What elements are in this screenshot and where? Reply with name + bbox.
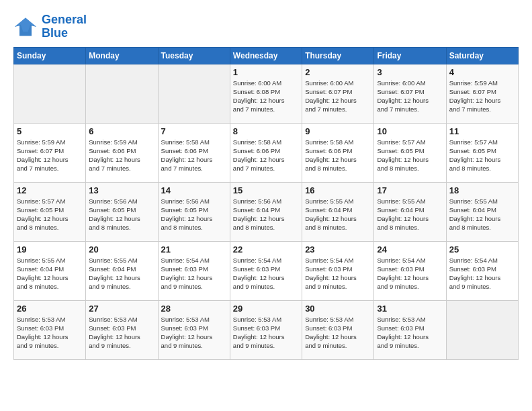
day-info: Sunrise: 5:59 AM Sunset: 6:07 PM Dayligh… [449, 79, 515, 114]
weekday-header-saturday: Saturday [446, 47, 518, 64]
calendar-cell: 5Sunrise: 5:59 AM Sunset: 6:07 PM Daylig… [14, 123, 86, 182]
calendar-cell: 30Sunrise: 5:53 AM Sunset: 6:03 PM Dayli… [302, 300, 374, 359]
day-info: Sunrise: 5:55 AM Sunset: 6:04 PM Dayligh… [305, 197, 371, 232]
day-number: 8 [233, 126, 299, 136]
day-number: 10 [377, 126, 443, 136]
day-number: 17 [377, 185, 443, 195]
day-info: Sunrise: 5:54 AM Sunset: 6:03 PM Dayligh… [305, 256, 371, 291]
calendar-cell: 18Sunrise: 5:55 AM Sunset: 6:04 PM Dayli… [446, 182, 518, 241]
calendar-cell: 10Sunrise: 5:57 AM Sunset: 6:05 PM Dayli… [374, 123, 446, 182]
day-info: Sunrise: 6:00 AM Sunset: 6:08 PM Dayligh… [233, 79, 299, 114]
weekday-header-monday: Monday [86, 47, 158, 64]
day-info: Sunrise: 5:53 AM Sunset: 6:03 PM Dayligh… [161, 315, 227, 351]
calendar-cell: 11Sunrise: 5:57 AM Sunset: 6:05 PM Dayli… [446, 123, 518, 182]
day-number: 26 [17, 304, 83, 314]
day-number: 7 [161, 126, 227, 136]
day-info: Sunrise: 5:53 AM Sunset: 6:03 PM Dayligh… [377, 315, 443, 351]
calendar-cell: 13Sunrise: 5:56 AM Sunset: 6:05 PM Dayli… [86, 182, 158, 241]
calendar-cell: 15Sunrise: 5:56 AM Sunset: 6:04 PM Dayli… [230, 182, 302, 241]
calendar-table: SundayMondayTuesdayWednesdayThursdayFrid… [13, 47, 519, 360]
day-number: 9 [305, 126, 371, 136]
calendar-header-row: SundayMondayTuesdayWednesdayThursdayFrid… [14, 47, 519, 64]
calendar-week-5: 26Sunrise: 5:53 AM Sunset: 6:03 PM Dayli… [14, 300, 519, 359]
day-number: 2 [305, 67, 371, 77]
calendar-cell: 21Sunrise: 5:54 AM Sunset: 6:03 PM Dayli… [158, 241, 230, 300]
page-header: General Blue [13, 13, 519, 40]
day-info: Sunrise: 5:53 AM Sunset: 6:03 PM Dayligh… [89, 315, 154, 351]
weekday-header-sunday: Sunday [14, 47, 86, 64]
day-number: 4 [449, 67, 515, 77]
calendar-cell: 23Sunrise: 5:54 AM Sunset: 6:03 PM Dayli… [302, 241, 374, 300]
day-info: Sunrise: 5:58 AM Sunset: 6:06 PM Dayligh… [233, 138, 299, 173]
calendar-cell: 25Sunrise: 5:54 AM Sunset: 6:03 PM Dayli… [446, 241, 518, 300]
calendar-cell: 2Sunrise: 6:00 AM Sunset: 6:07 PM Daylig… [302, 64, 374, 123]
day-number: 31 [377, 304, 443, 314]
day-number: 29 [233, 304, 299, 314]
day-info: Sunrise: 5:57 AM Sunset: 6:05 PM Dayligh… [17, 197, 83, 232]
logo: General Blue [13, 13, 87, 40]
day-info: Sunrise: 5:54 AM Sunset: 6:03 PM Dayligh… [233, 256, 299, 291]
calendar-cell [158, 64, 230, 123]
day-number: 25 [449, 244, 515, 255]
day-info: Sunrise: 5:54 AM Sunset: 6:03 PM Dayligh… [449, 256, 515, 291]
calendar-cell: 17Sunrise: 5:55 AM Sunset: 6:04 PM Dayli… [374, 182, 446, 241]
day-info: Sunrise: 5:56 AM Sunset: 6:05 PM Dayligh… [89, 197, 154, 232]
calendar-cell: 22Sunrise: 5:54 AM Sunset: 6:03 PM Dayli… [230, 241, 302, 300]
calendar-cell [446, 300, 518, 359]
day-number: 30 [305, 304, 371, 314]
calendar-cell: 29Sunrise: 5:53 AM Sunset: 6:03 PM Dayli… [230, 300, 302, 359]
day-number: 22 [233, 244, 299, 255]
day-info: Sunrise: 5:53 AM Sunset: 6:03 PM Dayligh… [233, 315, 299, 351]
calendar-cell: 27Sunrise: 5:53 AM Sunset: 6:03 PM Dayli… [86, 300, 158, 359]
calendar-cell: 28Sunrise: 5:53 AM Sunset: 6:03 PM Dayli… [158, 300, 230, 359]
svg-marker-1 [15, 17, 36, 32]
calendar-cell: 14Sunrise: 5:56 AM Sunset: 6:05 PM Dayli… [158, 182, 230, 241]
day-number: 12 [17, 185, 83, 195]
day-number: 14 [161, 185, 227, 195]
day-info: Sunrise: 5:54 AM Sunset: 6:03 PM Dayligh… [377, 256, 443, 291]
day-info: Sunrise: 5:54 AM Sunset: 6:03 PM Dayligh… [161, 256, 227, 291]
day-info: Sunrise: 5:58 AM Sunset: 6:06 PM Dayligh… [305, 138, 371, 173]
day-info: Sunrise: 6:00 AM Sunset: 6:07 PM Dayligh… [305, 79, 371, 114]
logo-text: General Blue [42, 13, 87, 40]
day-info: Sunrise: 5:56 AM Sunset: 6:04 PM Dayligh… [233, 197, 299, 232]
day-info: Sunrise: 5:59 AM Sunset: 6:06 PM Dayligh… [89, 138, 154, 173]
day-info: Sunrise: 5:57 AM Sunset: 6:05 PM Dayligh… [449, 138, 515, 173]
calendar-cell [86, 64, 158, 123]
calendar-cell: 24Sunrise: 5:54 AM Sunset: 6:03 PM Dayli… [374, 241, 446, 300]
day-info: Sunrise: 5:55 AM Sunset: 6:04 PM Dayligh… [17, 256, 83, 291]
day-info: Sunrise: 5:53 AM Sunset: 6:03 PM Dayligh… [305, 315, 371, 351]
day-info: Sunrise: 5:53 AM Sunset: 6:03 PM Dayligh… [17, 315, 83, 351]
day-info: Sunrise: 5:55 AM Sunset: 6:04 PM Dayligh… [449, 197, 515, 232]
day-number: 1 [233, 67, 299, 77]
day-info: Sunrise: 6:00 AM Sunset: 6:07 PM Dayligh… [377, 79, 443, 114]
calendar-week-1: 1Sunrise: 6:00 AM Sunset: 6:08 PM Daylig… [14, 64, 519, 123]
calendar-cell [14, 64, 86, 123]
day-number: 13 [89, 185, 154, 195]
day-number: 20 [89, 244, 154, 255]
calendar-cell: 20Sunrise: 5:55 AM Sunset: 6:04 PM Dayli… [86, 241, 158, 300]
day-number: 3 [377, 67, 443, 77]
weekday-header-friday: Friday [374, 47, 446, 64]
calendar-cell: 16Sunrise: 5:55 AM Sunset: 6:04 PM Dayli… [302, 182, 374, 241]
calendar-cell: 6Sunrise: 5:59 AM Sunset: 6:06 PM Daylig… [86, 123, 158, 182]
day-number: 16 [305, 185, 371, 195]
day-number: 28 [161, 304, 227, 314]
day-number: 21 [161, 244, 227, 255]
day-info: Sunrise: 5:58 AM Sunset: 6:06 PM Dayligh… [161, 138, 227, 173]
calendar-week-2: 5Sunrise: 5:59 AM Sunset: 6:07 PM Daylig… [14, 123, 519, 182]
weekday-header-thursday: Thursday [302, 47, 374, 64]
calendar-cell: 3Sunrise: 6:00 AM Sunset: 6:07 PM Daylig… [374, 64, 446, 123]
day-info: Sunrise: 5:55 AM Sunset: 6:04 PM Dayligh… [377, 197, 443, 232]
day-number: 11 [449, 126, 515, 136]
calendar-cell: 12Sunrise: 5:57 AM Sunset: 6:05 PM Dayli… [14, 182, 86, 241]
calendar-week-3: 12Sunrise: 5:57 AM Sunset: 6:05 PM Dayli… [14, 182, 519, 241]
day-info: Sunrise: 5:57 AM Sunset: 6:05 PM Dayligh… [377, 138, 443, 173]
weekday-header-wednesday: Wednesday [230, 47, 302, 64]
weekday-header-tuesday: Tuesday [158, 47, 230, 64]
day-number: 19 [17, 244, 83, 255]
day-info: Sunrise: 5:55 AM Sunset: 6:04 PM Dayligh… [89, 256, 154, 291]
calendar-cell: 9Sunrise: 5:58 AM Sunset: 6:06 PM Daylig… [302, 123, 374, 182]
day-number: 23 [305, 244, 371, 255]
day-number: 18 [449, 185, 515, 195]
